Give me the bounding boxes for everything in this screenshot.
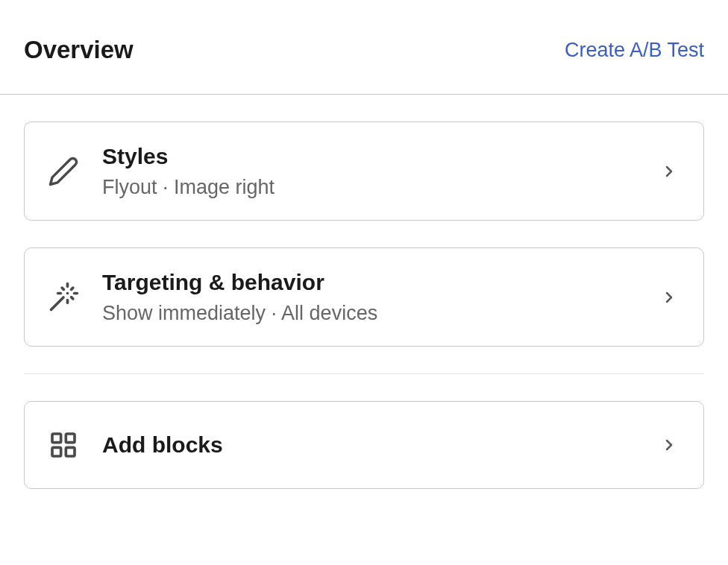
pencil-icon: [47, 155, 80, 188]
card-subtitle: Flyout · Image right: [102, 176, 657, 199]
card-body: Targeting & behavior Show immediately · …: [102, 269, 657, 325]
card-title: Add blocks: [102, 432, 657, 458]
page-title: Overview: [24, 36, 134, 64]
grid-icon: [47, 429, 80, 461]
card-subtitle: Show immediately · All devices: [102, 302, 657, 325]
header: Overview Create A/B Test: [0, 0, 728, 95]
styles-card[interactable]: Styles Flyout · Image right: [24, 121, 704, 221]
card-body: Styles Flyout · Image right: [102, 143, 657, 199]
create-ab-test-link[interactable]: Create A/B Test: [565, 39, 704, 62]
content: Styles Flyout · Image right Tar: [0, 95, 728, 489]
svg-rect-2: [66, 447, 75, 456]
chevron-right-icon: [657, 433, 681, 457]
targeting-card[interactable]: Targeting & behavior Show immediately · …: [24, 247, 704, 347]
svg-rect-1: [66, 434, 75, 443]
svg-rect-0: [52, 434, 61, 443]
svg-rect-3: [52, 447, 61, 456]
chevron-right-icon: [657, 160, 681, 183]
add-blocks-card[interactable]: Add blocks: [24, 401, 704, 489]
card-title: Styles: [102, 143, 657, 170]
chevron-right-icon: [657, 285, 681, 309]
separator: [24, 373, 704, 374]
card-body: Add blocks: [102, 432, 657, 458]
magic-wand-icon: [47, 281, 80, 314]
card-title: Targeting & behavior: [102, 269, 657, 296]
